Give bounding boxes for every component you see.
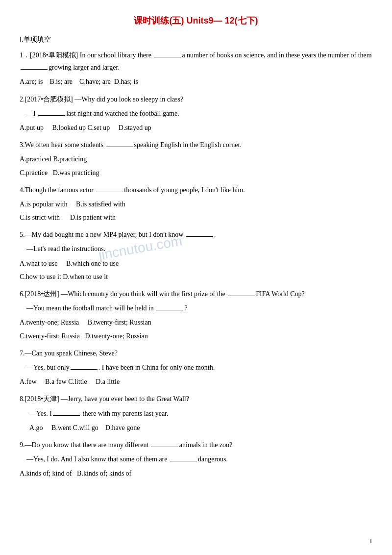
question-2-text1: 2.[2017•合肥模拟] —Why did you look so sleep… [20, 93, 372, 105]
q9-options: A.kinds of; kind of B.kinds of; kinds of [20, 467, 372, 479]
question-6-text2: —You mean the football match will be hel… [26, 302, 372, 314]
question-5: 5.—My dad bought me a new MP4 player, bu… [20, 228, 372, 283]
question-7-text1: 7.—Can you speak Chinese, Steve? [20, 347, 372, 359]
question-8-text2: —Yes. I there with my parents last year. [29, 407, 372, 420]
q6-options-2: C.twenty-first; Russia D.twenty-one; Rus… [20, 330, 372, 342]
q6-options-1: A.twenty-one; Russia B.twenty-first; Rus… [20, 316, 372, 328]
q5-options-1: A.what to use B.which one to use [20, 257, 372, 270]
question-2-text2: —I last night and watched the football g… [26, 107, 372, 120]
question-6-text1: 6.[2018•达州] —Which country do you think … [20, 288, 372, 300]
q4-options-2: C.is strict with D.is patient with [20, 211, 372, 224]
page-title: 课时训练(五) Units9— 12(七下) [20, 15, 372, 26]
question-3: 3.We often hear some students speaking E… [20, 139, 372, 179]
q3-options-1: A.practiced B.practicing [20, 153, 372, 165]
question-5-text2: —Let's read the instructions. [26, 243, 372, 255]
question-6: 6.[2018•达州] —Which country do you think … [20, 288, 372, 342]
page-number: 1 [369, 537, 373, 545]
question-7: 7.—Can you speak Chinese, Steve? —Yes, b… [20, 347, 372, 388]
question-4-text: 4.Though the famous actor thousands of y… [20, 184, 372, 196]
q8-options: A.go B.went C.will go D.have gone [29, 422, 372, 434]
q1-number: 1．[2018•阜阳模拟] In our school library ther… [20, 51, 153, 59]
question-4: 4.Though the famous actor thousands of y… [20, 184, 372, 224]
question-8-text1: 8.[2018•天津] —Jerry, have you ever been t… [20, 393, 372, 405]
question-3-text: 3.We often hear some students speaking E… [20, 139, 372, 151]
q2-options: A.put up B.looked up C.set up D.stayed u… [20, 122, 372, 134]
q4-options-1: A.is popular with B.is satisfied with [20, 198, 372, 210]
question-9: 9.—Do you know that there are many diffe… [20, 439, 372, 480]
question-1: 1．[2018•阜阳模拟] In our school library ther… [20, 49, 372, 88]
q3-options-2: C.practice D.was practicing [20, 167, 372, 179]
q1-options: A.are; is B.is; are C.have; are D.has; i… [20, 76, 372, 88]
question-7-text2: —Yes, but only. I have been in China for… [26, 361, 372, 374]
question-2: 2.[2017•合肥模拟] —Why did you look so sleep… [20, 93, 372, 134]
question-5-text1: 5.—My dad bought me a new MP4 player, bu… [20, 228, 372, 241]
question-8: 8.[2018•天津] —Jerry, have you ever been t… [20, 393, 372, 434]
q7-options: A.few B.a few C.little D.a little [20, 376, 372, 388]
question-9-text1: 9.—Do you know that there are many diffe… [20, 439, 372, 451]
question-9-text2: —Yes, I do. And I also know that some of… [26, 453, 372, 465]
section-title: Ⅰ.单项填空 [20, 35, 372, 44]
q5-options-2: C.how to use it D.when to use it [20, 271, 372, 283]
question-1-text: 1．[2018•阜阳模拟] In our school library ther… [20, 49, 372, 74]
